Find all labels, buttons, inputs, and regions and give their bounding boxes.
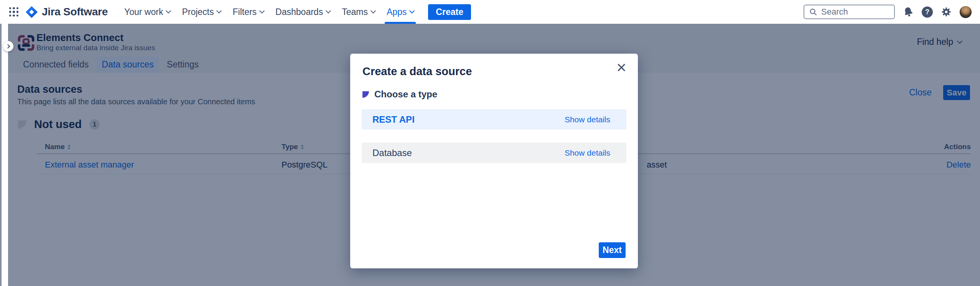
modal-title: Create a data source	[362, 65, 472, 78]
step-marker-icon	[362, 91, 369, 98]
chevron-down-icon	[371, 8, 376, 13]
nav-label: Apps	[387, 7, 407, 17]
collapsed-sidebar-rail	[2, 24, 8, 286]
nav-projects[interactable]: Projects	[176, 0, 227, 24]
chevron-down-icon	[259, 8, 265, 13]
option-label: REST API	[372, 114, 415, 125]
chevron-down-icon	[409, 8, 415, 13]
next-button[interactable]: Next	[599, 242, 626, 258]
nav-label: Teams	[342, 7, 368, 17]
option-database[interactable]: Database Show details	[362, 143, 626, 163]
primary-nav: Your work Projects Filters Dashboards Te…	[119, 0, 420, 24]
chevron-down-icon	[326, 8, 331, 13]
nav-left-group: Jira Software Your work Projects Filters…	[0, 0, 471, 24]
jira-diamond-icon	[25, 6, 38, 18]
search-box[interactable]	[804, 5, 895, 19]
option-rest-api[interactable]: REST API Show details	[362, 109, 626, 130]
close-modal-button[interactable]: ×	[616, 59, 626, 76]
nav-dashboards[interactable]: Dashboards	[270, 0, 336, 24]
search-icon	[809, 8, 817, 16]
nav-label: Filters	[232, 7, 257, 17]
nav-label: Dashboards	[275, 7, 323, 17]
app-switcher-button[interactable]	[9, 7, 18, 16]
show-details-link-database[interactable]: Show details	[565, 148, 610, 158]
show-details-link-rest-api[interactable]: Show details	[565, 115, 610, 124]
help-icon: ?	[922, 7, 933, 18]
bell-icon	[901, 5, 915, 19]
step-header: Choose a type	[362, 89, 437, 100]
step-label: Choose a type	[374, 89, 437, 100]
notifications-button[interactable]	[903, 6, 914, 18]
top-navigation: Jira Software Your work Projects Filters…	[0, 0, 980, 24]
gear-icon	[940, 6, 952, 18]
nav-label: Your work	[124, 7, 163, 17]
chevron-right-icon	[5, 44, 10, 48]
nav-apps[interactable]: Apps	[381, 0, 420, 24]
option-label: Database	[372, 148, 412, 158]
user-avatar[interactable]	[960, 6, 972, 18]
page-root: Jira Software Your work Projects Filters…	[0, 0, 980, 286]
chevron-down-icon	[216, 8, 222, 13]
create-button[interactable]: Create	[428, 4, 471, 20]
help-button[interactable]: ?	[922, 7, 933, 18]
jira-home-link[interactable]: Jira Software	[25, 6, 108, 18]
app-grid-icon	[9, 7, 18, 16]
search-input[interactable]	[821, 7, 883, 17]
nav-teams[interactable]: Teams	[336, 0, 381, 24]
nav-filters[interactable]: Filters	[227, 0, 270, 24]
nav-label: Projects	[182, 7, 214, 17]
expand-sidebar-button[interactable]	[3, 41, 13, 51]
jira-wordmark: Jira Software	[42, 6, 108, 18]
create-data-source-modal: Create a data source × Choose a type RES…	[350, 54, 638, 268]
chevron-down-icon	[166, 8, 171, 13]
nav-right-group: ?	[804, 5, 980, 19]
nav-your-work[interactable]: Your work	[119, 0, 176, 24]
settings-button[interactable]	[940, 6, 952, 18]
